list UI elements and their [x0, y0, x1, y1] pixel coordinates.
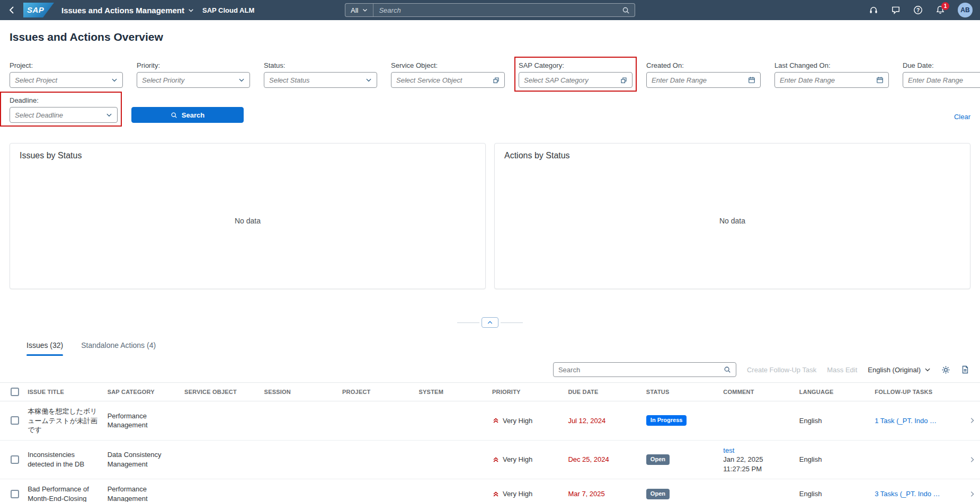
chevron-down-icon[interactable] — [366, 77, 372, 83]
language-select[interactable]: English (Original) — [868, 366, 931, 374]
tab-standalone-actions[interactable]: Standalone Actions (4) — [81, 341, 156, 356]
search-scope-select[interactable]: All — [345, 4, 373, 16]
row-navigation-chevron-icon[interactable] — [960, 417, 976, 424]
chevron-down-icon — [362, 7, 368, 13]
search-icon — [171, 112, 177, 119]
col-session[interactable]: SESSION — [260, 383, 338, 401]
table-search-input[interactable] — [558, 366, 720, 374]
deadline-input[interactable] — [15, 111, 103, 119]
search-icon[interactable] — [724, 366, 731, 373]
filter-bar-row2: Deadline: Search Clear — [0, 96, 980, 123]
service-object-input-box[interactable] — [391, 72, 505, 88]
status-badge: In Progress — [646, 415, 687, 426]
value-help-icon[interactable] — [620, 77, 627, 84]
calendar-icon[interactable] — [876, 76, 884, 84]
create-follow-up-task-button[interactable]: Create Follow-Up Task — [747, 366, 816, 374]
select-all-checkbox[interactable] — [11, 388, 19, 396]
follow-up-tasks-cell: 1 Task (_PT. Indo … — [870, 401, 956, 441]
priority-select[interactable] — [137, 72, 250, 88]
product-name: SAP Cloud ALM — [202, 6, 254, 14]
chevron-down-icon[interactable] — [238, 77, 245, 83]
col-follow-up-tasks[interactable]: FOLLOW-UP TASKS — [870, 383, 956, 401]
col-issue-title[interactable]: ISSUE TITLE — [23, 383, 103, 401]
follow-up-task-link[interactable]: 3 Tasks (_PT. Indo … — [875, 489, 951, 499]
row-checkbox[interactable] — [11, 416, 19, 425]
follow-up-task-link[interactable]: 1 Task (_PT. Indo … — [875, 416, 951, 426]
feedback-button[interactable] — [891, 5, 901, 15]
status-input[interactable] — [269, 76, 362, 84]
follow-up-tasks-cell — [870, 440, 956, 479]
export-button[interactable] — [961, 365, 969, 374]
comment-link[interactable]: test — [723, 446, 790, 455]
col-service-object[interactable]: SERVICE OBJECT — [180, 383, 260, 401]
comment-time: 11:27:25 PM — [723, 464, 790, 474]
value-help-icon[interactable] — [493, 77, 500, 84]
sap-category-input-box[interactable] — [519, 72, 632, 88]
col-status[interactable]: STATUS — [642, 383, 719, 401]
shell-search-input[interactable] — [373, 6, 617, 14]
comment-cell — [719, 401, 795, 441]
due-date-input[interactable] — [908, 76, 980, 84]
chevron-down-icon[interactable] — [111, 77, 118, 83]
header-collapse-divider — [0, 317, 980, 328]
app-title-menu[interactable]: Issues and Actions Management — [61, 6, 194, 15]
priority-input[interactable] — [142, 76, 235, 84]
priority-label: Very High — [503, 416, 532, 426]
language-cell: English — [795, 440, 870, 479]
col-due-date[interactable]: DUE DATE — [564, 383, 642, 401]
sap-category-input[interactable] — [524, 76, 617, 84]
project-select[interactable] — [10, 72, 123, 88]
follow-up-tasks-cell: 3 Tasks (_PT. Indo … — [870, 479, 956, 502]
project-cell — [338, 440, 414, 479]
col-priority[interactable]: PRIORITY — [488, 383, 564, 401]
search-button[interactable]: Search — [131, 107, 244, 123]
chevron-up-icon — [487, 319, 493, 326]
filter-status-field: Status: — [264, 61, 377, 88]
issue-title-cell: 本稼働を想定したボリュームテストが未計画です — [23, 401, 103, 441]
row-checkbox[interactable] — [11, 455, 19, 464]
project-cell — [338, 401, 414, 441]
created-on-input-box[interactable] — [646, 72, 761, 88]
row-checkbox[interactable] — [11, 490, 19, 498]
actions-by-status-card: Actions by Status No data — [494, 143, 970, 289]
col-system[interactable]: SYSTEM — [415, 383, 488, 401]
clear-link[interactable]: Clear — [954, 113, 970, 121]
status-select[interactable] — [264, 72, 377, 88]
tab-issues[interactable]: Issues (32) — [26, 341, 63, 356]
last-changed-input-box[interactable] — [774, 72, 889, 88]
mass-edit-button[interactable]: Mass Edit — [827, 366, 857, 374]
row-navigation-chevron-icon[interactable] — [960, 490, 976, 498]
help-button[interactable]: ? — [913, 5, 923, 15]
support-button[interactable] — [869, 5, 878, 15]
project-input[interactable] — [15, 76, 108, 84]
filter-due-date-label: Due Date: — [903, 61, 980, 69]
filter-deadline-field: Deadline: — [10, 96, 118, 123]
filter-due-date-field: Due Date: — [903, 61, 980, 88]
collapse-header-button[interactable] — [482, 317, 498, 328]
chevron-down-icon — [924, 366, 931, 373]
col-language[interactable]: LANGUAGE — [795, 383, 870, 401]
last-changed-input[interactable] — [780, 76, 873, 84]
page-title: Issues and Actions Overview — [10, 31, 970, 43]
deadline-select[interactable] — [10, 107, 118, 123]
gear-icon — [941, 365, 950, 374]
row-navigation-chevron-icon[interactable] — [960, 456, 976, 463]
avatar[interactable]: AB — [958, 3, 973, 17]
created-on-input[interactable] — [652, 76, 745, 84]
col-comment[interactable]: COMMENT — [719, 383, 795, 401]
calendar-icon[interactable] — [748, 76, 755, 84]
service-object-input[interactable] — [396, 76, 489, 84]
status-badge: Open — [646, 454, 670, 465]
col-project[interactable]: PROJECT — [338, 383, 414, 401]
due-date-input-box[interactable] — [903, 72, 980, 88]
chevron-down-icon[interactable] — [106, 112, 112, 118]
search-icon[interactable] — [617, 6, 635, 14]
filter-project-field: Project: — [10, 61, 123, 88]
table-search[interactable] — [553, 362, 736, 377]
session-cell — [260, 440, 338, 479]
settings-button[interactable] — [941, 365, 950, 374]
col-sap-category[interactable]: SAP CATEGORY — [103, 383, 180, 401]
notifications-button[interactable]: 1 — [936, 5, 945, 15]
system-cell — [415, 479, 488, 502]
back-button[interactable] — [7, 6, 16, 14]
